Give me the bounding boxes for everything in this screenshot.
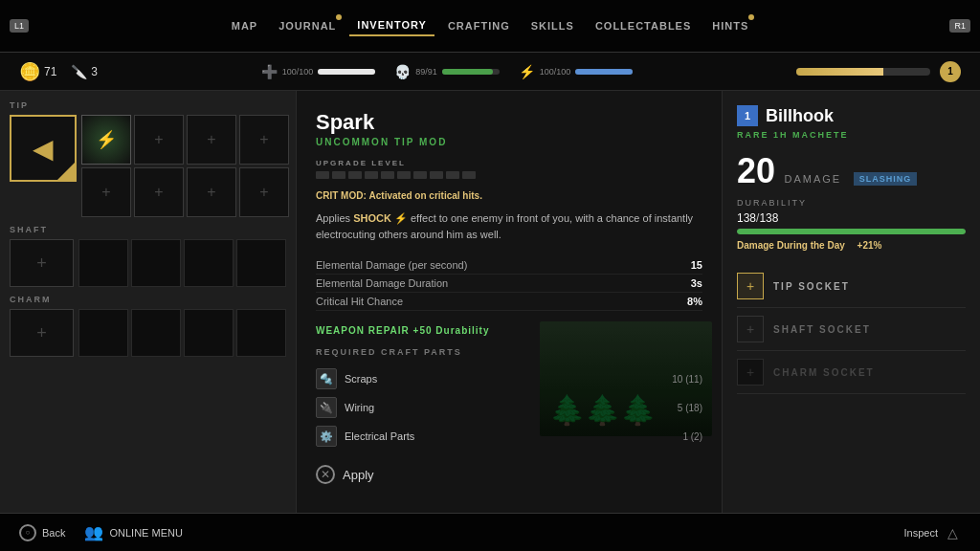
knife-icon: 🔪 bbox=[71, 64, 87, 79]
charm-main-slot[interactable]: + bbox=[10, 309, 74, 357]
shaft-slot-2[interactable] bbox=[131, 239, 181, 287]
nav-item-collectables[interactable]: COLLECTABLES bbox=[588, 16, 699, 35]
stat-row-1: Elemental Damage (per second) 15 bbox=[316, 256, 702, 275]
status-bar: 🪙 71 🔪 3 ➕ 100/100 💀 89/91 bbox=[0, 53, 980, 91]
mod-description: Applies SHOCK ⚡ effect to one enemy in f… bbox=[316, 210, 702, 242]
lightning-text: 100/100 bbox=[540, 67, 571, 77]
tip-main-slot[interactable]: ◀ bbox=[10, 115, 77, 182]
tip-socket[interactable]: + TIP SOCKET bbox=[737, 265, 966, 308]
charm-label: CHARM bbox=[10, 295, 286, 304]
tip-slot-6[interactable]: + bbox=[134, 167, 184, 217]
back-button[interactable]: ○ Back bbox=[19, 524, 65, 541]
top-nav: L1 MAP JOURNAL INVENTORY CRAFTING SKILLS… bbox=[0, 0, 980, 53]
nav-left-btn[interactable]: L1 bbox=[10, 19, 29, 33]
back-label: Back bbox=[42, 527, 65, 539]
knife-status: 🔪 3 bbox=[71, 64, 98, 79]
craft-part-2: 🔌 Wiring 5 (18) bbox=[316, 393, 702, 422]
tip-socket-label: TIP SOCKET bbox=[773, 281, 850, 292]
charm-slot-1[interactable] bbox=[78, 309, 128, 357]
nav-right-btn[interactable]: R1 bbox=[949, 19, 970, 33]
durability-fill bbox=[737, 229, 966, 234]
nav-item-crafting[interactable]: CRAFTING bbox=[440, 16, 518, 35]
nav-item-journal[interactable]: JOURNAL bbox=[271, 16, 344, 35]
craft-part-1: 🔩 Scraps 10 (11) bbox=[316, 364, 702, 393]
stamina-bar-item: 💀 89/91 bbox=[394, 64, 500, 79]
tip-slot-3[interactable]: + bbox=[187, 115, 236, 165]
crit-mod: CRIT MOD: Activated on critical hits. bbox=[316, 190, 702, 201]
tip-slot-8[interactable]: + bbox=[239, 167, 289, 217]
durability-values: 138/138 bbox=[737, 211, 966, 225]
crit-mod-label: CRIT MOD: bbox=[316, 190, 367, 201]
durability-section: DURABILITY 138/138 Damage During the Day… bbox=[737, 198, 966, 251]
center-panel: Spark UNCOMMON TIP MOD UPGRADE LEVEL bbox=[297, 91, 722, 513]
charm-socket[interactable]: + CHARM SOCKET bbox=[737, 351, 966, 394]
tip-slot-4[interactable]: + bbox=[239, 115, 289, 165]
day-bonus: Damage During the Day +21% bbox=[737, 240, 966, 251]
lightning-fill bbox=[575, 69, 633, 75]
mod-name: Spark bbox=[316, 110, 702, 135]
xp-bar bbox=[796, 68, 930, 76]
damage-section: 20 DAMAGE SLASHING bbox=[737, 154, 966, 188]
dot-2 bbox=[332, 171, 345, 179]
stamina-track bbox=[442, 69, 500, 75]
shaft-socket[interactable]: + SHAFT SOCKET bbox=[737, 308, 966, 351]
coin-status: 🪙 71 bbox=[19, 61, 56, 82]
nav-item-inventory[interactable]: INVENTORY bbox=[349, 15, 434, 36]
back-circle-icon: ○ bbox=[19, 524, 36, 541]
craft-part-3: ⚙️ Electrical Parts 1 (2) bbox=[316, 422, 702, 451]
bottom-right: Inspect △ bbox=[904, 524, 961, 541]
tip-slots: ◀ ⚡ + + + + + + + bbox=[10, 115, 286, 217]
dot-6 bbox=[397, 171, 411, 179]
tip-slot-7[interactable]: + bbox=[187, 167, 236, 217]
status-center: ➕ 100/100 💀 89/91 ⚡ 100/100 bbox=[261, 64, 634, 79]
inspect-triangle-icon: △ bbox=[944, 524, 961, 541]
charm-slot-4[interactable] bbox=[236, 309, 286, 357]
shaft-main-slot[interactable]: + bbox=[10, 239, 74, 287]
knife-count: 3 bbox=[91, 65, 98, 78]
dot-3 bbox=[348, 171, 362, 179]
damage-label: DAMAGE bbox=[785, 173, 842, 185]
nav-item-map[interactable]: MAP bbox=[224, 16, 265, 35]
charm-slot-3[interactable] bbox=[184, 309, 234, 357]
online-menu-button[interactable]: 👥 ONLINE MENU bbox=[84, 523, 182, 541]
shaft-slot-3[interactable] bbox=[184, 239, 234, 287]
charm-slot-2[interactable] bbox=[131, 309, 181, 357]
electrical-icon: ⚙️ bbox=[316, 426, 337, 447]
shaft-socket-icon: + bbox=[737, 316, 764, 342]
weapon-type: RARE 1H MACHETE bbox=[737, 130, 966, 140]
tip-slot-5[interactable]: + bbox=[81, 167, 131, 217]
craft-parts-label: REQUIRED CRAFT PARTS bbox=[316, 347, 702, 357]
tip-slot-1[interactable]: ⚡ bbox=[81, 115, 131, 165]
dot-9 bbox=[446, 171, 459, 179]
shaft-slot-1[interactable] bbox=[78, 239, 128, 287]
dot-4 bbox=[365, 171, 378, 179]
level-badge: 1 bbox=[940, 61, 961, 82]
dot-5 bbox=[381, 171, 394, 179]
nav-item-skills[interactable]: SKILLS bbox=[523, 16, 582, 35]
inspect-label: Inspect bbox=[904, 527, 938, 539]
shaft-section: SHAFT + bbox=[10, 225, 286, 287]
shaft-grid bbox=[78, 239, 286, 287]
nav-item-hints[interactable]: HINTS bbox=[704, 16, 756, 35]
bottom-left: ○ Back 👥 ONLINE MENU bbox=[19, 523, 183, 541]
status-right: 1 bbox=[796, 61, 961, 82]
lightning-track bbox=[575, 69, 633, 75]
bottom-bar: ○ Back 👥 ONLINE MENU Inspect △ bbox=[0, 513, 980, 551]
wiring-icon: 🔌 bbox=[316, 397, 337, 418]
apply-label: Apply bbox=[343, 468, 374, 482]
scraps-icon: 🔩 bbox=[316, 368, 337, 389]
dot-8 bbox=[430, 171, 443, 179]
charm-section: CHARM + bbox=[10, 295, 286, 357]
weapon-name: Billhook bbox=[766, 106, 834, 126]
online-menu-icon: 👥 bbox=[84, 523, 103, 541]
left-panel: TIP ◀ ⚡ + + + + + + + bbox=[0, 91, 297, 513]
stamina-icon: 💀 bbox=[394, 64, 411, 79]
upgrade-dots bbox=[316, 171, 702, 179]
shaft-slot-4[interactable] bbox=[236, 239, 286, 287]
damage-type-badge: SLASHING bbox=[854, 172, 918, 186]
xp-fill bbox=[796, 68, 883, 76]
stats-table: Elemental Damage (per second) 15 Element… bbox=[316, 256, 702, 311]
status-left: 🪙 71 🔪 3 bbox=[19, 61, 98, 82]
tip-slot-2[interactable]: + bbox=[134, 115, 184, 165]
apply-button[interactable]: ✕ Apply bbox=[316, 465, 702, 484]
